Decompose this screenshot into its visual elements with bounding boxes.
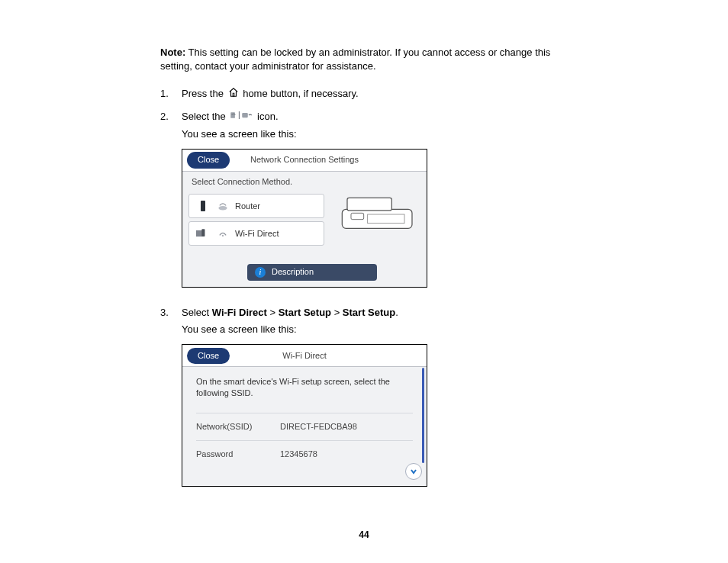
step2-post: icon. bbox=[257, 111, 278, 122]
description-label: Description bbox=[272, 266, 314, 278]
svg-rect-0 bbox=[233, 94, 234, 97]
printer-illustration bbox=[340, 191, 416, 233]
svg-point-5 bbox=[218, 206, 227, 211]
titlebar: Close Network Connection Settings bbox=[182, 150, 427, 172]
devices-icon bbox=[195, 228, 211, 239]
option-wifidirect-label: Wi-Fi Direct bbox=[235, 228, 279, 240]
step-1: 1. Press the home button, if necessary. bbox=[160, 87, 568, 105]
step3-b1: Wi-Fi Direct bbox=[212, 307, 267, 318]
label-ssid: Network(SSID) bbox=[196, 421, 280, 433]
option-wifi-direct[interactable]: Wi-Fi Direct bbox=[188, 221, 324, 246]
step-number: 2. bbox=[160, 110, 182, 301]
page-number: 44 bbox=[0, 529, 728, 540]
wifi-direct-message: On the smart device's Wi-Fi setup screen… bbox=[196, 376, 413, 399]
svg-point-8 bbox=[222, 235, 224, 236]
screenshot-network-settings: Close Network Connection Settings Select… bbox=[182, 149, 427, 288]
value-ssid: DIRECT-FEDCBA98 bbox=[280, 421, 357, 433]
scroll-down-button[interactable] bbox=[405, 463, 422, 480]
wifi-arc-icon bbox=[215, 229, 230, 238]
step2-follow: You see a screen like this: bbox=[182, 127, 568, 141]
step2-pre: Select the bbox=[182, 111, 228, 122]
note-paragraph: Note: This setting can be locked by an a… bbox=[160, 46, 568, 73]
row-ssid: Network(SSID) DIRECT-FEDCBA98 bbox=[196, 413, 413, 440]
svg-rect-7 bbox=[201, 230, 205, 237]
screen-subtitle: Select Connection Method. bbox=[182, 172, 427, 191]
home-icon bbox=[228, 87, 239, 101]
svg-rect-3 bbox=[243, 112, 249, 117]
svg-rect-4 bbox=[201, 201, 205, 211]
network-icon bbox=[230, 110, 253, 124]
description-button[interactable]: i Description bbox=[247, 264, 377, 281]
svg-rect-1 bbox=[231, 112, 236, 118]
step-number: 3. bbox=[160, 306, 182, 500]
option-router-label: Router bbox=[235, 201, 260, 212]
step-2: 2. Select the icon. You see a screen lik… bbox=[160, 110, 568, 301]
router-icon bbox=[215, 201, 230, 211]
step3-pre: Select bbox=[182, 307, 212, 318]
step3-b2: Start Setup bbox=[279, 307, 331, 318]
step3-b3: Start Setup bbox=[343, 307, 395, 318]
svg-rect-10 bbox=[347, 198, 391, 211]
svg-rect-6 bbox=[196, 230, 202, 236]
step3-follow: You see a screen like this: bbox=[182, 323, 568, 336]
screenshot-wifi-direct: Close Wi-Fi Direct On the smart device's… bbox=[182, 344, 427, 487]
step-3: 3. Select Wi-Fi Direct > Start Setup > S… bbox=[160, 306, 568, 500]
step1-post: home button, if necessary. bbox=[243, 88, 359, 99]
manual-page: Note: This setting can be locked by an a… bbox=[0, 0, 728, 536]
step1-pre: Press the bbox=[182, 88, 227, 99]
value-password: 12345678 bbox=[280, 449, 317, 460]
phone-icon bbox=[195, 200, 211, 212]
titlebar: Close Wi-Fi Direct bbox=[182, 345, 427, 367]
close-button[interactable]: Close bbox=[187, 348, 230, 364]
note-text: This setting can be locked by an adminis… bbox=[160, 47, 550, 72]
scrollbar[interactable] bbox=[422, 368, 424, 463]
label-password: Password bbox=[196, 449, 280, 460]
option-router[interactable]: Router bbox=[188, 194, 324, 218]
close-button[interactable]: Close bbox=[187, 152, 230, 168]
svg-rect-11 bbox=[351, 213, 364, 219]
note-label: Note: bbox=[160, 47, 185, 58]
row-password: Password 12345678 bbox=[196, 440, 413, 468]
info-icon: i bbox=[255, 267, 266, 278]
step-number: 1. bbox=[160, 87, 182, 105]
